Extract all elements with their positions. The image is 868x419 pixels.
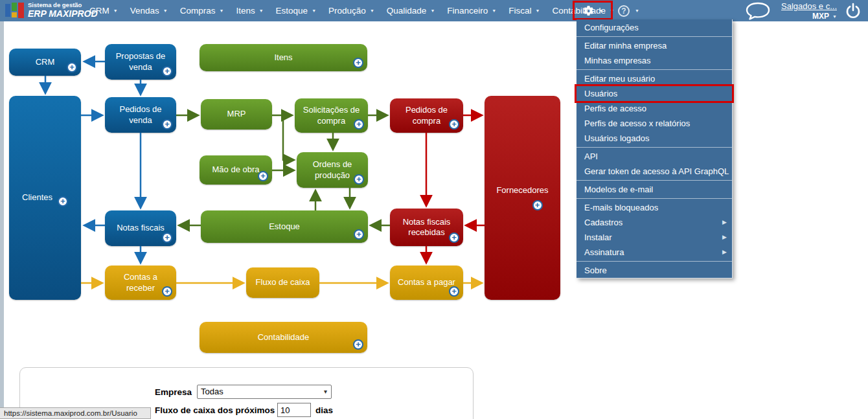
submenu-arrow-icon: ▶ [722,245,727,260]
status-url-tooltip: https://sistema.maxiprod.com.br/Usuario [0,407,151,419]
diagram-node-notas-fiscais-recebidas[interactable]: Notas fiscais recebidas + [390,209,463,246]
plus-icon[interactable]: + [353,339,363,350]
diagram-node-clientes[interactable]: Clientes + [9,96,81,300]
nav-item-estoque[interactable]: Estoque▼ [276,6,316,16]
fluxo-caixa-label: Fluxo de caixa dos próximos [155,405,275,415]
menu-item-usuarios[interactable]: Usuários [577,86,732,101]
caret-down-icon: ▼ [832,14,837,19]
menu-item-cadastros[interactable]: Cadastros▶ [577,215,732,230]
menu-item-editar-minha-empresa[interactable]: Editar minha empresa [577,38,732,53]
menu-item-perfis-de-acesso-x-relatorios[interactable]: Perfis de acesso x relatórios [577,116,732,131]
menu-item-sobre[interactable]: Sobre [577,263,732,278]
account-link[interactable]: Salgados e c... [753,1,837,11]
left-edge-strip [0,21,4,419]
user-account-block: Salgados e c... MXP ▼ [753,1,837,21]
plus-icon[interactable]: + [354,119,364,130]
plus-icon[interactable]: + [353,58,363,68]
diagram-node-pedidos-de-compra[interactable]: Pedidos de compra + [390,98,463,133]
caret-down-icon[interactable]: ▼ [635,8,639,13]
menu-item-emails-bloqueados[interactable]: E-mails bloqueados [577,200,732,215]
diagram-node-fluxo-de-caixa[interactable]: Fluxo de caixa [246,267,319,298]
power-icon[interactable] [845,3,862,19]
fluxo-dias-input[interactable] [277,403,311,417]
diagram-node-itens[interactable]: Itens + [200,44,367,71]
plus-icon[interactable]: + [354,229,364,240]
plus-icon[interactable]: + [258,171,268,181]
company-switcher[interactable]: MXP ▼ [753,12,837,21]
diagram-node-contas-a-pagar[interactable]: Contas a pagar + [390,266,463,300]
top-navbar: Sistema de gestão ERP MAXIPROD CRM▼ Vend… [0,0,868,21]
menu-item-editar-meu-usuario[interactable]: Editar meu usuário [577,71,732,86]
caret-down-icon: ▼ [312,8,316,13]
diagram-node-contabilidade[interactable]: Contabilidade + [200,322,367,353]
menu-separator [577,36,732,37]
menu-item-api[interactable]: API [577,149,732,164]
plus-icon[interactable]: + [67,62,77,73]
caret-down-icon: ▼ [259,8,264,13]
menu-item-configuracoes[interactable]: Configurações [577,20,732,35]
menu-separator [577,147,732,148]
caret-down-icon: ▼ [492,8,496,13]
diagram-node-solicitacoes-de-compra[interactable]: Solicitações de compra + [295,98,368,133]
diagram-node-propostas-de-venda[interactable]: Propostas de venda + [105,44,176,80]
nav-item-producao[interactable]: Produção▼ [328,6,374,16]
plus-icon[interactable]: + [449,232,459,243]
settings-highlight-frame[interactable]: ▼ [573,1,613,20]
nav-item-compras[interactable]: Compras▼ [180,6,224,16]
menu-separator [577,69,732,70]
caret-down-icon: ▼ [430,8,435,13]
plus-icon[interactable]: + [162,66,172,76]
empresa-label: Empresa [155,387,192,397]
plus-icon[interactable]: + [162,232,172,243]
submenu-arrow-icon: ▶ [722,215,727,230]
caret-down-icon: ▼ [163,8,168,13]
logo-blocks-icon [5,1,23,19]
nav-item-financeiro[interactable]: Financeiro▼ [447,6,496,16]
caret-down-icon: ▼ [113,8,118,13]
diagram-node-fornecedores[interactable]: Fornecedores + [485,96,560,300]
diagram-node-crm[interactable]: CRM + [9,49,81,76]
menu-item-perfis-de-acesso[interactable]: Perfis de acesso [577,101,732,116]
diagram-node-ordens-de-producao[interactable]: Ordens de produção + [297,152,368,188]
help-menu[interactable]: ? ▼ [618,0,639,21]
nav-item-vendas[interactable]: Vendas▼ [130,6,168,16]
diagram-node-mao-de-obra[interactable]: Mão de obra + [200,155,272,185]
menu-separator [577,198,732,199]
plus-icon[interactable]: + [354,174,364,185]
plus-icon[interactable]: + [532,200,543,210]
diagram-node-mrp[interactable]: MRP [201,99,272,130]
plus-icon[interactable]: + [162,286,172,297]
app-logo: Sistema de gestão ERP MAXIPROD [5,1,98,19]
submenu-arrow-icon: ▶ [722,230,727,245]
nav-item-fiscal[interactable]: Fiscal▼ [508,6,540,16]
menu-separator [577,180,732,181]
gear-icon[interactable] [582,5,595,17]
menu-item-assinatura[interactable]: Assinatura▶ [577,245,732,260]
diagram-node-estoque[interactable]: Estoque + [201,210,368,243]
caret-down-icon[interactable]: ▼ [599,8,604,13]
menu-item-gerar-token-api-graphql[interactable]: Gerar token de acesso à API GraphQL [577,164,732,179]
diagram-node-pedidos-de-venda[interactable]: Pedidos de venda + [105,97,176,133]
caret-down-icon: ▼ [536,8,540,13]
diagram-node-notas-fiscais[interactable]: Notas fiscais + [105,210,176,246]
menu-item-usuarios-logados[interactable]: Usuários logados [577,131,732,146]
caret-down-icon: ▼ [219,8,223,13]
nav-item-crm[interactable]: CRM▼ [89,6,118,16]
diagram-node-contas-a-receber[interactable]: Contas a receber + [105,266,176,300]
plus-icon[interactable]: + [449,286,459,297]
nav-item-itens[interactable]: Itens▼ [236,6,263,16]
logo-brand: ERP MAXIPROD [28,9,98,19]
nav-item-qualidade[interactable]: Qualidade▼ [387,6,435,16]
select-caret-icon: ▾ [324,385,327,398]
plus-icon[interactable]: + [58,196,68,207]
plus-icon[interactable]: + [449,119,459,130]
menu-item-instalar[interactable]: Instalar▶ [577,230,732,245]
main-menu: CRM▼ Vendas▼ Compras▼ Itens▼ Estoque▼ Pr… [89,0,614,21]
menu-separator [577,261,732,262]
caret-down-icon: ▼ [370,8,374,13]
menu-item-minhas-empresas[interactable]: Minhas empresas [577,53,732,68]
empresa-select[interactable]: Todas ▾ [197,385,332,399]
plus-icon[interactable]: + [162,119,172,130]
menu-item-modelos-de-email[interactable]: Modelos de e-mail [577,182,732,197]
help-icon[interactable]: ? [618,5,630,17]
